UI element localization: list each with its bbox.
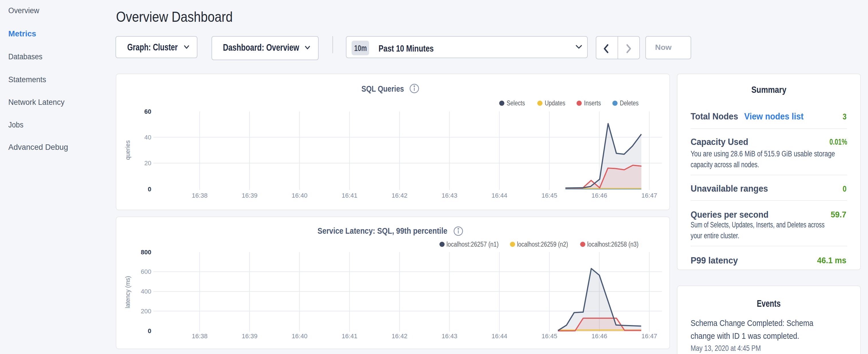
svg-text:16:40: 16:40 — [292, 332, 308, 340]
svg-text:600: 600 — [141, 268, 151, 275]
svg-text:localhost:26259 (n2): localhost:26259 (n2) — [517, 240, 568, 248]
svg-text:800: 800 — [141, 249, 151, 256]
svg-text:400: 400 — [141, 288, 151, 295]
svg-text:16:45: 16:45 — [541, 192, 557, 199]
svg-text:Deletes: Deletes — [620, 99, 639, 107]
svg-text:20: 20 — [145, 160, 151, 167]
svg-text:Updates: Updates — [545, 99, 565, 107]
svg-text:16:39: 16:39 — [242, 192, 257, 199]
svg-text:16:47: 16:47 — [641, 192, 657, 199]
svg-text:16:43: 16:43 — [442, 192, 457, 199]
svg-text:16:40: 16:40 — [292, 192, 308, 199]
svg-text:0: 0 — [148, 186, 151, 193]
svg-text:latency (ms): latency (ms) — [124, 276, 131, 309]
svg-text:16:44: 16:44 — [492, 192, 507, 199]
svg-text:16:43: 16:43 — [442, 332, 457, 340]
svg-text:Service Latency: SQL, 99th per: Service Latency: SQL, 99th percentile — [317, 226, 447, 235]
svg-text:0: 0 — [148, 327, 151, 334]
svg-text:16:46: 16:46 — [591, 192, 607, 199]
svg-text:200: 200 — [141, 308, 151, 315]
svg-text:localhost:26258 (n3): localhost:26258 (n3) — [587, 240, 639, 248]
svg-text:16:46: 16:46 — [591, 332, 607, 340]
svg-text:16:42: 16:42 — [392, 332, 407, 340]
svg-text:SQL Queries: SQL Queries — [361, 84, 404, 93]
svg-text:Selects: Selects — [507, 99, 525, 107]
svg-text:16:41: 16:41 — [342, 192, 358, 199]
svg-text:16:44: 16:44 — [492, 332, 507, 340]
svg-text:16:47: 16:47 — [641, 332, 657, 340]
svg-text:40: 40 — [145, 134, 151, 141]
svg-text:16:41: 16:41 — [342, 332, 358, 340]
svg-text:16:39: 16:39 — [242, 332, 257, 340]
svg-text:60: 60 — [145, 108, 151, 115]
svg-text:Inserts: Inserts — [584, 99, 601, 107]
svg-text:16:38: 16:38 — [192, 192, 208, 199]
svg-text:localhost:26257 (n1): localhost:26257 (n1) — [446, 240, 499, 248]
svg-text:16:42: 16:42 — [392, 192, 407, 199]
svg-text:16:38: 16:38 — [192, 332, 208, 340]
svg-text:queries: queries — [124, 140, 131, 160]
svg-text:16:45: 16:45 — [541, 332, 557, 340]
